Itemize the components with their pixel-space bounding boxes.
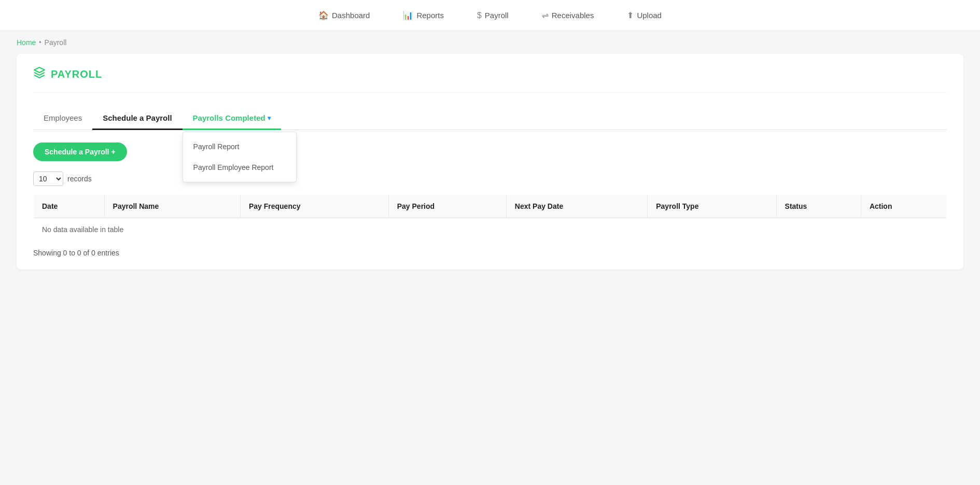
page-card: PAYROLL Employees Schedule a Payroll Pay… <box>17 54 963 269</box>
chevron-down-icon: ▾ <box>268 115 271 122</box>
breadcrumb-separator: • <box>39 39 41 46</box>
records-label: records <box>67 175 92 183</box>
table-header-row: Date Payroll Name Pay Frequency Pay Peri… <box>34 195 947 218</box>
tab-schedule-payroll[interactable]: Schedule a Payroll <box>92 107 182 130</box>
nav-item-receivables[interactable]: ⇌ Receivables <box>538 8 598 22</box>
nav-item-reports[interactable]: 📊 Reports <box>399 8 448 22</box>
breadcrumb-home[interactable]: Home <box>17 38 36 47</box>
tab-schedule-payroll-label: Schedule a Payroll <box>103 113 172 122</box>
column-next-pay-date: Next Pay Date <box>506 195 647 218</box>
column-pay-frequency: Pay Frequency <box>240 195 388 218</box>
nav-label-reports: Reports <box>416 11 444 20</box>
payrolls-completed-dropdown: Payroll Report Payroll Employee Report <box>183 132 297 182</box>
no-data-row: No data available in table <box>34 218 947 241</box>
tab-employees-label: Employees <box>44 113 82 122</box>
nav-label-receivables: Receivables <box>552 11 594 20</box>
nav-label-payroll: Payroll <box>485 11 509 20</box>
dropdown-item-payroll-report[interactable]: Payroll Report <box>183 136 296 157</box>
tab-payrolls-completed-wrapper: Payrolls Completed ▾ Payroll Report Payr… <box>183 107 281 130</box>
main-content: PAYROLL Employees Schedule a Payroll Pay… <box>17 54 963 269</box>
nav-item-dashboard[interactable]: 🏠 Dashboard <box>314 8 374 22</box>
page-header: PAYROLL <box>33 66 947 93</box>
dropdown-payroll-employee-report-label: Payroll Employee Report <box>193 163 274 172</box>
payroll-icon: $ <box>477 11 482 20</box>
no-data-cell: No data available in table <box>34 218 947 241</box>
tab-payrolls-completed[interactable]: Payrolls Completed ▾ <box>183 107 281 130</box>
nav-item-payroll[interactable]: $ Payroll <box>473 9 513 22</box>
column-payroll-type: Payroll Type <box>648 195 776 218</box>
nav-item-upload[interactable]: ⬆ Upload <box>623 8 666 22</box>
column-payroll-name: Payroll Name <box>104 195 240 218</box>
breadcrumb-current: Payroll <box>45 38 67 47</box>
nav-label-dashboard: Dashboard <box>332 11 370 20</box>
page-title: PAYROLL <box>51 68 102 80</box>
table-footer: Showing 0 to 0 of 0 entries <box>33 249 947 257</box>
dashboard-icon: 🏠 <box>318 10 329 20</box>
column-status: Status <box>776 195 861 218</box>
upload-icon: ⬆ <box>627 10 634 20</box>
dropdown-payroll-report-label: Payroll Report <box>193 142 240 151</box>
payroll-table: Date Payroll Name Pay Frequency Pay Peri… <box>33 194 947 241</box>
showing-entries-text: Showing 0 to 0 of 0 entries <box>33 249 119 257</box>
records-per-page-select[interactable]: 10 25 50 100 <box>33 172 63 186</box>
records-row: 10 25 50 100 records <box>33 172 947 186</box>
nav-label-upload: Upload <box>637 11 662 20</box>
column-action: Action <box>861 195 946 218</box>
payroll-header-icon <box>33 66 46 82</box>
tab-employees[interactable]: Employees <box>33 107 92 130</box>
reports-icon: 📊 <box>403 10 413 20</box>
table-header: Date Payroll Name Pay Frequency Pay Peri… <box>34 195 947 218</box>
tab-payrolls-completed-label: Payrolls Completed <box>193 113 265 122</box>
tabs-container: Employees Schedule a Payroll Payrolls Co… <box>33 107 947 130</box>
column-date: Date <box>34 195 105 218</box>
dropdown-item-payroll-employee-report[interactable]: Payroll Employee Report <box>183 157 296 178</box>
column-pay-period: Pay Period <box>388 195 506 218</box>
schedule-button-label: Schedule a Payroll + <box>45 148 116 156</box>
breadcrumb: Home • Payroll <box>0 31 980 54</box>
receivables-icon: ⇌ <box>542 10 549 20</box>
schedule-payroll-button[interactable]: Schedule a Payroll + <box>33 142 127 161</box>
table-body: No data available in table <box>34 218 947 241</box>
top-navigation: 🏠 Dashboard 📊 Reports $ Payroll ⇌ Receiv… <box>0 0 980 31</box>
